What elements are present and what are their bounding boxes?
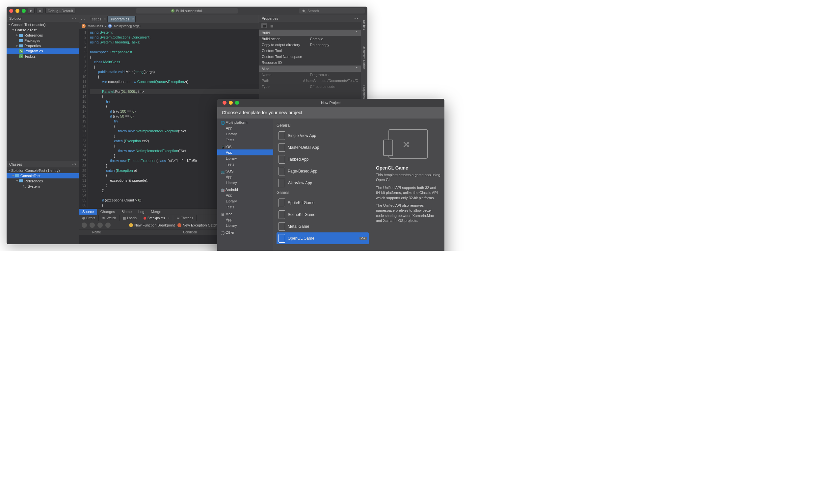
cat-item-library[interactable]: Library (217, 131, 273, 137)
close-icon[interactable]: × (168, 216, 170, 220)
collapse-icon: ⌃ (355, 31, 358, 35)
phone-icon: 📱 (220, 145, 224, 149)
project-node[interactable]: ConsoleTest (7, 27, 79, 33)
dialog-zoom-button[interactable] (235, 101, 239, 105)
nav-forward-icon[interactable]: › (84, 17, 85, 21)
prop-view-button[interactable]: ▦ (269, 23, 275, 28)
cat-item-library[interactable]: Library (217, 180, 273, 186)
cat-item-app[interactable]: App (217, 217, 273, 222)
tab-program[interactable]: Program.cs× (108, 16, 136, 22)
template-webview[interactable]: WebView App (277, 177, 369, 189)
debug-tool-button[interactable] (81, 222, 87, 228)
tab-test[interactable]: Test.cs× (87, 16, 107, 22)
stop-button[interactable] (36, 8, 43, 14)
copy-value[interactable]: Do not copy (310, 43, 358, 47)
properties-tab[interactable]: Properties (362, 84, 366, 100)
toolbox-tab[interactable]: Toolbox (362, 18, 366, 31)
section-misc[interactable]: Misc⌃ (259, 65, 361, 72)
preview-desc-1: This template creates a game app using O… (376, 172, 441, 183)
document-outline-tab[interactable]: Document Outline (362, 44, 366, 71)
template-opengl[interactable]: OpenGL GameC# (277, 232, 369, 244)
mac-icon: 🖥 (220, 212, 224, 216)
cat-mac[interactable]: 🖥Mac (217, 210, 273, 217)
cat-item-library[interactable]: Library (217, 155, 273, 161)
panel-options-icon[interactable]: ▫ × (72, 17, 76, 20)
template-icon (279, 222, 285, 231)
stop-icon (39, 10, 41, 12)
template-page-based[interactable]: Page-Based App (277, 165, 369, 177)
dialog-minimize-button[interactable] (229, 101, 233, 105)
run-button[interactable] (28, 8, 34, 14)
panel-options-icon[interactable]: ▫ × (72, 163, 76, 166)
panel-options-icon[interactable]: ▫ × (354, 17, 358, 20)
cat-item-tests[interactable]: Tests (217, 204, 273, 210)
template-spritekit[interactable]: SpriteKit Game (277, 197, 369, 209)
cat-item-app[interactable]: App (217, 174, 273, 180)
config-selector[interactable]: Debug › Default (45, 8, 75, 14)
template-tabbed[interactable]: Tabbed App (277, 153, 369, 165)
build-status: Build successful. (136, 8, 238, 13)
classes-references-node[interactable]: References (7, 178, 79, 184)
cat-multiplatform[interactable]: 🌐Multi-platform (217, 119, 273, 125)
program-file-node[interactable]: Program.cs (7, 48, 79, 54)
tab-log[interactable]: Log (135, 209, 148, 215)
resource-id-value[interactable] (310, 60, 358, 64)
status-text: Build successful. (176, 9, 203, 13)
tab-breakpoints[interactable]: Breakpoints× (140, 215, 173, 221)
dialog-close-button[interactable] (222, 101, 226, 105)
classes-root[interactable]: Solution ConsoleTest (1 entry) (7, 168, 79, 173)
tab-threads[interactable]: ⫘Threads (173, 215, 197, 221)
classes-system-node[interactable]: System (7, 184, 79, 189)
window-zoom-button[interactable] (22, 9, 26, 13)
custom-tool-ns-value[interactable] (310, 55, 358, 58)
close-icon[interactable]: × (104, 17, 106, 20)
cat-ios[interactable]: 📱iOS (217, 143, 273, 149)
tab-blame[interactable]: Blame (118, 209, 135, 215)
solution-root[interactable]: ConsoleTest (master) (7, 22, 79, 27)
cat-item-tests[interactable]: Tests (217, 161, 273, 167)
debug-tool-button[interactable] (98, 222, 103, 228)
cat-item-app[interactable]: App (217, 125, 273, 131)
template-master-detail[interactable]: Master-Detail App (277, 142, 369, 153)
file-name-value: Program.cs (310, 73, 358, 77)
col-condition: Condition (183, 230, 222, 234)
tab-merge[interactable]: Merge (148, 209, 164, 215)
file-type-value: C# source code (310, 85, 358, 89)
cat-item-app[interactable]: App (217, 149, 273, 155)
prop-view-button[interactable]: ▤ (261, 23, 267, 28)
references-node[interactable]: References (7, 33, 79, 38)
test-file-node[interactable]: Test.cs (7, 54, 79, 59)
section-build[interactable]: Build⌃ (259, 30, 361, 36)
template-single-view[interactable]: Single View App (277, 130, 369, 142)
packages-node[interactable]: Packages (7, 38, 79, 43)
template-scenekit[interactable]: SceneKit Game (277, 209, 369, 220)
tab-changes[interactable]: Changes (97, 209, 118, 215)
window-close-button[interactable] (9, 9, 13, 13)
debug-tool-button[interactable] (105, 222, 111, 228)
cat-item-app[interactable]: App (217, 192, 273, 198)
section-general: General (277, 123, 369, 128)
cat-other[interactable]: ◯Other (217, 228, 273, 235)
cat-item-library[interactable]: Library (217, 222, 273, 228)
cat-tvos[interactable]: 📺tvOS (217, 167, 273, 174)
tab-source[interactable]: Source (79, 209, 97, 215)
tab-watch[interactable]: 👁Watch (99, 215, 120, 221)
window-minimize-button[interactable] (15, 9, 19, 13)
cat-item-tests[interactable]: Tests (217, 137, 273, 143)
cat-item-library[interactable]: Library (217, 198, 273, 204)
tab-locals[interactable]: ▦Locals (120, 215, 140, 221)
nav-back-icon[interactable]: ‹ (81, 17, 82, 21)
properties-node[interactable]: Properties (7, 43, 79, 48)
col-name: Name (82, 230, 183, 234)
cat-android[interactable]: 🤖Android (217, 186, 273, 192)
template-metal[interactable]: Metal Game (277, 220, 369, 232)
custom-tool-value[interactable] (310, 49, 358, 53)
new-function-breakpoint[interactable]: New Function Breakpoint (129, 223, 175, 227)
debug-tool-button[interactable] (90, 222, 95, 228)
breadcrumb[interactable]: C MainClass › M Main(string[] args) (79, 23, 259, 29)
classes-project-node[interactable]: ConsoleTest (7, 173, 79, 178)
global-search[interactable]: Search (299, 8, 365, 13)
close-icon[interactable]: × (132, 17, 134, 20)
build-action-value[interactable]: Compile (310, 37, 358, 41)
tab-errors[interactable]: Errors (79, 215, 99, 221)
